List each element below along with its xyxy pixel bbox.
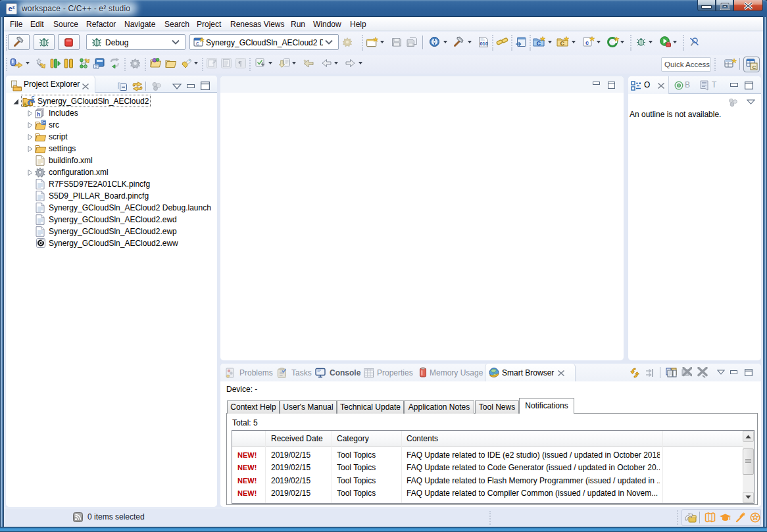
- svg-text:c: c: [585, 39, 589, 46]
- svg-text:c: c: [196, 40, 199, 47]
- svg-text:¶: ¶: [239, 59, 242, 67]
- svg-text:C: C: [753, 64, 756, 70]
- svg-text:010: 010: [480, 41, 488, 47]
- svg-text:h: h: [37, 111, 40, 118]
- svg-text:C: C: [537, 40, 541, 47]
- svg-text:C: C: [560, 40, 565, 47]
- svg-text:C: C: [42, 120, 45, 125]
